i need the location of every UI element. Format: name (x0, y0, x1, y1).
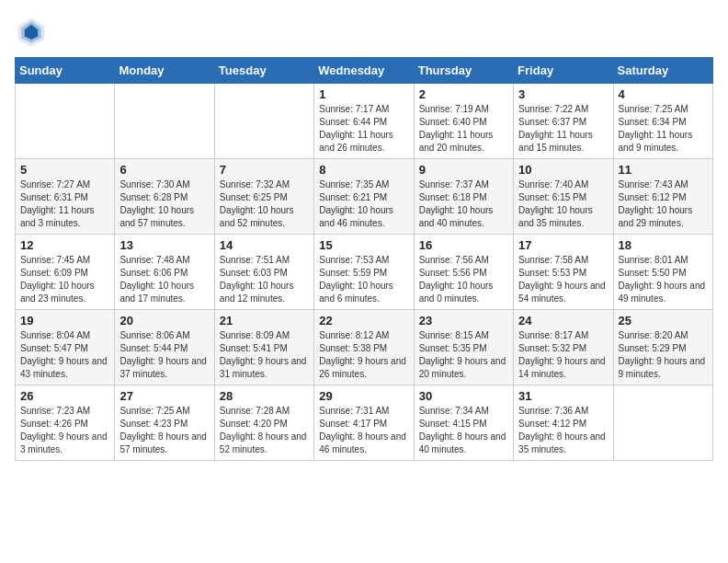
day-info: Sunrise: 7:27 AM Sunset: 6:31 PM Dayligh… (20, 178, 109, 230)
header-thursday: Thursday (414, 58, 513, 84)
logo-icon (15, 15, 48, 48)
day-info: Sunrise: 7:36 AM Sunset: 4:12 PM Dayligh… (518, 405, 608, 456)
day-number: 2 (419, 87, 508, 101)
day-number: 16 (419, 238, 508, 252)
day-info: Sunrise: 7:58 AM Sunset: 5:53 PM Dayligh… (518, 254, 608, 305)
calendar-cell: 5Sunrise: 7:27 AM Sunset: 6:31 PM Daylig… (16, 159, 115, 235)
day-number: 30 (419, 389, 508, 403)
day-info: Sunrise: 8:09 AM Sunset: 5:41 PM Dayligh… (220, 329, 309, 381)
day-number: 4 (619, 87, 708, 101)
day-info: Sunrise: 7:25 AM Sunset: 6:34 PM Dayligh… (619, 103, 708, 155)
day-number: 22 (319, 314, 408, 327)
day-info: Sunrise: 7:56 AM Sunset: 5:56 PM Dayligh… (419, 254, 508, 305)
header-monday: Monday (115, 58, 214, 84)
calendar-week-3: 12Sunrise: 7:45 AM Sunset: 6:09 PM Dayli… (16, 235, 713, 310)
header-sunday: Sunday (16, 58, 115, 84)
day-info: Sunrise: 7:35 AM Sunset: 6:21 PM Dayligh… (319, 178, 408, 230)
calendar-cell (613, 385, 712, 461)
day-number: 12 (20, 238, 109, 252)
calendar: SundayMondayTuesdayWednesdayThursdayFrid… (15, 57, 713, 461)
calendar-cell: 12Sunrise: 7:45 AM Sunset: 6:09 PM Dayli… (16, 235, 115, 310)
calendar-cell: 16Sunrise: 7:56 AM Sunset: 5:56 PM Dayli… (414, 235, 513, 310)
calendar-cell: 23Sunrise: 8:15 AM Sunset: 5:35 PM Dayli… (414, 310, 513, 385)
calendar-cell: 19Sunrise: 8:04 AM Sunset: 5:47 PM Dayli… (16, 310, 115, 385)
day-number: 31 (518, 389, 608, 403)
header-saturday: Saturday (613, 58, 712, 84)
calendar-cell: 6Sunrise: 7:30 AM Sunset: 6:28 PM Daylig… (115, 159, 214, 235)
day-info: Sunrise: 8:20 AM Sunset: 5:29 PM Dayligh… (619, 329, 708, 381)
calendar-cell: 10Sunrise: 7:40 AM Sunset: 6:15 PM Dayli… (514, 159, 613, 235)
calendar-week-5: 26Sunrise: 7:23 AM Sunset: 4:26 PM Dayli… (16, 385, 713, 461)
calendar-cell: 27Sunrise: 7:25 AM Sunset: 4:23 PM Dayli… (115, 385, 214, 461)
day-number: 11 (619, 163, 708, 177)
header-wednesday: Wednesday (314, 58, 414, 84)
day-info: Sunrise: 7:22 AM Sunset: 6:37 PM Dayligh… (518, 103, 608, 155)
calendar-cell: 2Sunrise: 7:19 AM Sunset: 6:40 PM Daylig… (414, 84, 513, 159)
calendar-cell: 11Sunrise: 7:43 AM Sunset: 6:12 PM Dayli… (613, 159, 712, 235)
day-info: Sunrise: 7:25 AM Sunset: 4:23 PM Dayligh… (119, 405, 209, 456)
day-info: Sunrise: 7:30 AM Sunset: 6:28 PM Dayligh… (119, 178, 209, 230)
day-number: 26 (20, 389, 109, 403)
calendar-cell: 22Sunrise: 8:12 AM Sunset: 5:38 PM Dayli… (314, 310, 414, 385)
header (15, 15, 713, 48)
calendar-cell: 29Sunrise: 7:31 AM Sunset: 4:17 PM Dayli… (314, 385, 414, 461)
calendar-cell: 7Sunrise: 7:32 AM Sunset: 6:25 PM Daylig… (214, 159, 313, 235)
day-number: 25 (619, 314, 708, 327)
day-info: Sunrise: 7:23 AM Sunset: 4:26 PM Dayligh… (20, 405, 109, 456)
day-info: Sunrise: 7:53 AM Sunset: 5:59 PM Dayligh… (319, 254, 408, 305)
calendar-week-1: 1Sunrise: 7:17 AM Sunset: 6:44 PM Daylig… (16, 84, 713, 159)
day-info: Sunrise: 8:01 AM Sunset: 5:50 PM Dayligh… (619, 254, 708, 305)
calendar-week-2: 5Sunrise: 7:27 AM Sunset: 6:31 PM Daylig… (16, 159, 713, 235)
day-number: 18 (619, 238, 708, 252)
day-number: 23 (419, 314, 508, 327)
day-number: 19 (20, 314, 109, 327)
calendar-cell (115, 84, 214, 159)
calendar-cell: 8Sunrise: 7:35 AM Sunset: 6:21 PM Daylig… (314, 159, 414, 235)
calendar-cell: 14Sunrise: 7:51 AM Sunset: 6:03 PM Dayli… (214, 235, 313, 310)
day-info: Sunrise: 7:31 AM Sunset: 4:17 PM Dayligh… (319, 405, 408, 456)
header-friday: Friday (514, 58, 613, 84)
day-number: 21 (220, 314, 309, 327)
calendar-cell: 13Sunrise: 7:48 AM Sunset: 6:06 PM Dayli… (115, 235, 214, 310)
calendar-cell: 24Sunrise: 8:17 AM Sunset: 5:32 PM Dayli… (514, 310, 613, 385)
calendar-cell: 3Sunrise: 7:22 AM Sunset: 6:37 PM Daylig… (514, 84, 613, 159)
calendar-cell (214, 84, 313, 159)
day-info: Sunrise: 8:12 AM Sunset: 5:38 PM Dayligh… (319, 329, 408, 381)
day-number: 13 (119, 238, 209, 252)
day-number: 29 (319, 389, 408, 403)
day-number: 3 (518, 87, 608, 101)
day-number: 15 (319, 238, 408, 252)
day-info: Sunrise: 7:40 AM Sunset: 6:15 PM Dayligh… (518, 178, 608, 230)
day-info: Sunrise: 7:32 AM Sunset: 6:25 PM Dayligh… (220, 178, 309, 230)
day-info: Sunrise: 7:43 AM Sunset: 6:12 PM Dayligh… (619, 178, 708, 230)
day-number: 8 (319, 163, 408, 177)
day-number: 27 (119, 389, 209, 403)
day-info: Sunrise: 8:15 AM Sunset: 5:35 PM Dayligh… (419, 329, 508, 381)
day-number: 7 (220, 163, 309, 177)
calendar-cell: 25Sunrise: 8:20 AM Sunset: 5:29 PM Dayli… (613, 310, 712, 385)
calendar-cell (16, 84, 115, 159)
day-number: 20 (119, 314, 209, 327)
day-number: 5 (20, 163, 109, 177)
calendar-cell: 15Sunrise: 7:53 AM Sunset: 5:59 PM Dayli… (314, 235, 414, 310)
header-tuesday: Tuesday (214, 58, 313, 84)
calendar-week-4: 19Sunrise: 8:04 AM Sunset: 5:47 PM Dayli… (16, 310, 713, 385)
day-number: 17 (518, 238, 608, 252)
day-info: Sunrise: 7:19 AM Sunset: 6:40 PM Dayligh… (419, 103, 508, 155)
calendar-cell: 20Sunrise: 8:06 AM Sunset: 5:44 PM Dayli… (115, 310, 214, 385)
calendar-cell: 30Sunrise: 7:34 AM Sunset: 4:15 PM Dayli… (414, 385, 513, 461)
calendar-header-row: SundayMondayTuesdayWednesdayThursdayFrid… (16, 58, 713, 84)
calendar-cell: 4Sunrise: 7:25 AM Sunset: 6:34 PM Daylig… (613, 84, 712, 159)
day-info: Sunrise: 7:28 AM Sunset: 4:20 PM Dayligh… (220, 405, 309, 456)
day-number: 6 (119, 163, 209, 177)
logo (15, 15, 53, 48)
day-info: Sunrise: 8:06 AM Sunset: 5:44 PM Dayligh… (119, 329, 209, 381)
calendar-cell: 9Sunrise: 7:37 AM Sunset: 6:18 PM Daylig… (414, 159, 513, 235)
day-number: 1 (319, 87, 408, 101)
day-info: Sunrise: 7:51 AM Sunset: 6:03 PM Dayligh… (220, 254, 309, 305)
calendar-cell: 21Sunrise: 8:09 AM Sunset: 5:41 PM Dayli… (214, 310, 313, 385)
day-number: 9 (419, 163, 508, 177)
calendar-cell: 17Sunrise: 7:58 AM Sunset: 5:53 PM Dayli… (514, 235, 613, 310)
day-info: Sunrise: 7:37 AM Sunset: 6:18 PM Dayligh… (419, 178, 508, 230)
calendar-cell: 28Sunrise: 7:28 AM Sunset: 4:20 PM Dayli… (214, 385, 313, 461)
